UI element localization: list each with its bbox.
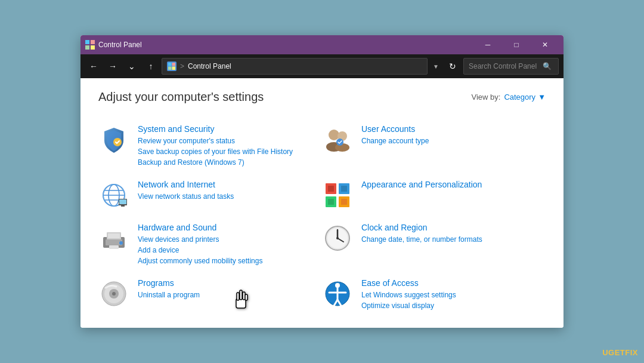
clock-region-content: Clock and Region Change date, time, or n… [361,223,536,245]
system-security-link-1[interactable]: Review your computer's status [138,136,312,146]
content-header: Adjust your computer's settings View by:… [98,90,546,104]
hardware-sound-content: Hardware and Sound View devices and prin… [138,223,312,266]
svg-rect-21 [119,199,126,204]
view-by-value-text: Category [504,93,535,101]
appearance-icon [322,180,353,211]
svg-rect-7 [172,67,176,70]
category-ease-of-access[interactable]: Ease of Access Let Windows suggest setti… [322,272,546,317]
hardware-sound-title[interactable]: Hardware and Sound [138,223,312,232]
main-content: Adjust your computer's settings View by:… [80,78,564,328]
programs-icon [98,278,129,309]
svg-rect-29 [328,199,334,205]
svg-rect-6 [168,67,172,70]
forward-button[interactable]: → [104,58,121,75]
system-security-icon [98,124,129,155]
window-controls: ─ □ ✕ [474,35,559,54]
back-button[interactable]: ← [85,58,102,75]
svg-point-41 [336,237,339,239]
user-accounts-title[interactable]: User Accounts [361,124,536,134]
user-accounts-link-1[interactable]: Change account type [361,136,536,146]
svg-rect-0 [85,40,89,44]
close-button[interactable]: ✕ [531,35,559,54]
recent-locations-button[interactable]: ⌄ [123,58,140,75]
breadcrumb-separator: > [180,62,184,70]
programs-title[interactable]: Programs [138,278,312,288]
system-security-link-2[interactable]: Save backup copies of your files with Fi… [138,146,312,157]
window-title: Control Panel [98,41,474,49]
minimize-button[interactable]: ─ [474,35,501,54]
page-title: Adjust your computer's settings [98,90,264,104]
appearance-content: Appearance and Personalization [361,180,536,191]
category-network-internet[interactable]: Network and Internet View network status… [98,174,322,217]
breadcrumb-icon [167,61,177,71]
clock-region-title[interactable]: Clock and Region [361,223,536,232]
user-accounts-icon [322,124,353,155]
refresh-button[interactable]: ↻ [444,58,461,75]
category-user-accounts[interactable]: User Accounts Change account type [322,118,546,174]
ease-of-access-link-2[interactable]: Optimize visual display [361,300,536,311]
svg-point-36 [119,241,123,245]
svg-rect-1 [91,40,95,44]
app-icon [85,40,95,50]
categories-grid: System and Security Review your computer… [98,118,546,317]
address-field[interactable]: > Control Panel [162,58,428,75]
hardware-sound-link-1[interactable]: View devices and printers [138,234,312,245]
clock-region-icon [322,223,353,254]
ease-of-access-title[interactable]: Ease of Access [361,278,536,288]
category-appearance[interactable]: Appearance and Personalization [322,174,546,217]
maximize-button[interactable]: □ [503,35,530,54]
svg-rect-2 [85,45,89,50]
category-system-security[interactable]: System and Security Review your computer… [98,118,322,174]
view-by-chevron-icon: ▼ [538,93,546,101]
ease-of-access-link-1[interactable]: Let Windows suggest settings [361,290,536,300]
title-bar: Control Panel ─ □ ✕ [80,35,564,54]
programs-link-1[interactable]: Uninstall a program [138,290,312,300]
hardware-sound-link-3[interactable]: Adjust commonly used mobility settings [138,256,312,266]
svg-rect-22 [121,205,125,207]
svg-point-45 [112,292,116,296]
up-button[interactable]: ↑ [143,58,159,75]
network-internet-content: Network and Internet View network status… [138,180,312,202]
view-by-dropdown[interactable]: Category ▼ [504,93,546,101]
search-box[interactable]: 🔍 [463,58,559,75]
address-dropdown-button[interactable]: ▼ [430,58,442,75]
address-bar: ← → ⌄ ↑ > Control Panel ▼ ↻ 🔍 [80,54,564,78]
view-by-control: View by: Category ▼ [471,93,546,101]
hardware-sound-link-2[interactable]: Add a device [138,245,312,256]
ease-of-access-icon [322,278,353,309]
search-input[interactable] [469,62,540,70]
watermark-suffix: FIX [625,348,638,357]
svg-rect-28 [341,186,347,192]
clock-region-link-1[interactable]: Change date, time, or number formats [361,234,536,245]
hardware-sound-icon [98,223,129,254]
ease-of-access-content: Ease of Access Let Windows suggest setti… [361,278,536,311]
watermark: UGETFIX [602,348,638,357]
network-internet-icon [98,180,129,211]
network-internet-title[interactable]: Network and Internet [138,180,312,189]
svg-rect-30 [341,199,347,205]
search-icon: 🔍 [543,62,552,70]
svg-rect-3 [91,45,95,50]
appearance-title[interactable]: Appearance and Personalization [361,180,536,189]
category-programs[interactable]: Programs Uninstall a program [98,272,322,317]
svg-rect-27 [328,186,334,192]
user-accounts-content: User Accounts Change account type [361,124,536,146]
network-internet-link-1[interactable]: View network status and tasks [138,191,312,202]
system-security-link-3[interactable]: Backup and Restore (Windows 7) [138,157,312,168]
system-security-content: System and Security Review your computer… [138,124,312,168]
view-by-label: View by: [471,93,500,101]
watermark-prefix: UGET [602,348,625,357]
category-hardware-sound[interactable]: Hardware and Sound View devices and prin… [98,217,322,272]
breadcrumb-text: Control Panel [188,62,231,70]
programs-content: Programs Uninstall a program [138,278,312,300]
system-security-title[interactable]: System and Security [138,124,312,134]
svg-rect-4 [168,63,172,66]
svg-rect-5 [172,63,176,66]
svg-rect-34 [108,233,120,238]
category-clock-region[interactable]: Clock and Region Change date, time, or n… [322,217,546,272]
control-panel-window: Control Panel ─ □ ✕ ← → ⌄ ↑ > Control Pa… [80,35,564,328]
svg-rect-35 [109,245,119,249]
